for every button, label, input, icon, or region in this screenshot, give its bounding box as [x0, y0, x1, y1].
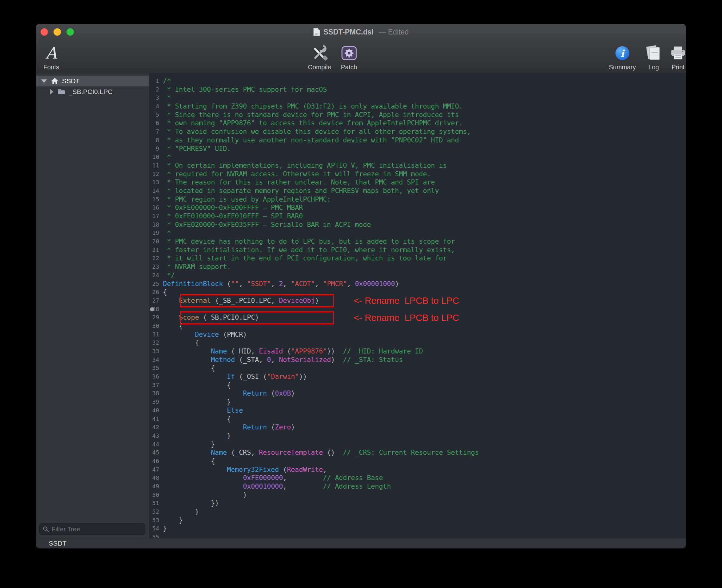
code-line: 19 *	[149, 229, 686, 237]
code-line: 18 * 0xFE020000~0xFE035FFF – SerialIo BA…	[149, 220, 686, 229]
fonts-letter-a-icon: A	[46, 44, 57, 62]
patch-label: Patch	[341, 64, 357, 71]
code-line: 22 * it will start in the end of PCI con…	[149, 254, 686, 263]
print-label: Print	[672, 64, 684, 71]
filter-input[interactable]	[51, 526, 142, 533]
info-circle-icon: i	[615, 46, 629, 60]
code-line: 16 * 0xFE000000~0xFE00FFFF – PMC MBAR	[149, 204, 686, 212]
code-line: 2 * Intel 300-series PMC support for mac…	[149, 85, 686, 94]
code-line: 31 Device (PMCR)	[149, 330, 686, 339]
code-line: 47 Memory32Fixed (ReadWrite,	[149, 465, 686, 474]
code-line: 43 }	[149, 432, 686, 440]
fonts-label: Fonts	[43, 64, 59, 71]
code-line: 1/*	[149, 77, 686, 85]
documents-stack-icon	[646, 45, 661, 61]
title-filename: SSDT-PMC.dsl	[323, 28, 373, 36]
folder-icon	[57, 89, 65, 95]
code-line: 28	[149, 305, 686, 314]
code-line: 55	[149, 533, 686, 538]
code-line: 10 *	[149, 153, 686, 162]
code-line: 46 {	[149, 457, 686, 465]
code-line: 17 * 0xFE010000~0xFE010FFF – SPI BAR0	[149, 212, 686, 220]
code-line: 52 }	[149, 508, 686, 516]
statusbar: SSDT	[36, 538, 686, 548]
code-line: 14 * located in separate memory regions …	[149, 187, 686, 195]
code-line: 13 * The reason for this is rather uncle…	[149, 178, 686, 187]
compile-label: Compile	[308, 64, 331, 71]
sidebar-item-ssdt[interactable]: SSDT	[36, 76, 149, 86]
sidebar-tree: SSDT _SB.PCI0.LPC	[36, 73, 149, 538]
code-line: 6 * own naming "APP9876" to access this …	[149, 119, 686, 128]
log-label: Log	[648, 64, 659, 71]
log-button[interactable]: Log	[646, 44, 661, 71]
code-line: 48 0xFE000000, // Address Base	[149, 474, 686, 482]
window-title: SSDT-PMC.dsl — Edited	[36, 24, 686, 40]
code-line: 39 }	[149, 398, 686, 406]
app-window: SSDT-PMC.dsl — Edited A Fonts Compi	[36, 24, 686, 548]
code-line: 42 Return (Zero)	[149, 423, 686, 432]
code-line: 21 * faster initialisation. If we add it…	[149, 246, 686, 254]
code-line: 24 */	[149, 271, 686, 280]
code-line: 8 * as they normally use another non-sta…	[149, 136, 686, 145]
code-line: 29 Scope (_SB.PCI0.LPC)	[149, 313, 686, 322]
summary-label: Summary	[609, 64, 636, 71]
document-proxy-icon	[313, 28, 320, 36]
code-line: 54}	[149, 524, 686, 533]
patch-button[interactable]: Patch	[341, 44, 357, 71]
acpi-tree: SSDT _SB.PCI0.LPC	[36, 73, 149, 97]
code-line: 50 )	[149, 491, 686, 499]
house-icon	[50, 77, 59, 85]
crossed-tools-icon	[311, 45, 328, 61]
title-edited-suffix: — Edited	[377, 28, 409, 36]
tree-item-label: _SB.PCI0.LPC	[69, 88, 113, 96]
code-line: 30 {	[149, 322, 686, 330]
code-line: 44 }	[149, 440, 686, 449]
code-line: 32 {	[149, 339, 686, 347]
code-line: 11 * On certain implementations, includi…	[149, 162, 686, 170]
code-line: 25DefinitionBlock ("", "SSDT", 2, "ACDT"…	[149, 280, 686, 288]
code-line: 4 * Starting from Z390 chipsets PMC (D31…	[149, 102, 686, 111]
code-line: 40 Else	[149, 406, 686, 415]
code-line: 41 {	[149, 415, 686, 423]
filter-field[interactable]	[39, 523, 145, 535]
window-content: SSDT _SB.PCI0.LPC	[36, 73, 686, 538]
code-line: 5 * Since there is no standard device fo…	[149, 111, 686, 119]
code-line: 53 }	[149, 516, 686, 525]
code-line: 15 * PMC region is used by AppleIntelPCH…	[149, 195, 686, 204]
window-chrome: SSDT-PMC.dsl — Edited A Fonts Compi	[36, 24, 686, 73]
toolbar: A Fonts Compile	[36, 40, 686, 73]
code-line: 20 * PMC device has nothing to do to LPC…	[149, 237, 686, 246]
code-line: 9 * "PCHRESV" UID.	[149, 145, 686, 153]
compile-button[interactable]: Compile	[308, 44, 331, 71]
titlebar: SSDT-PMC.dsl — Edited	[36, 24, 686, 40]
code-line: 7 * To avoid confusion we disable this d…	[149, 128, 686, 136]
code-line: 38 Return (0x0B)	[149, 389, 686, 398]
fonts-button[interactable]: A Fonts	[43, 44, 59, 71]
disclosure-triangle-expanded-icon[interactable]	[41, 80, 47, 83]
code-line: 23 * NVRAM support.	[149, 263, 686, 271]
code-line: 51 })	[149, 499, 686, 508]
code-lines: 1/*2 * Intel 300-series PMC support for …	[149, 73, 686, 538]
disclosure-triangle-collapsed-icon[interactable]	[50, 89, 54, 94]
print-button[interactable]: Print	[670, 44, 686, 71]
code-line: 35 {	[149, 364, 686, 373]
code-line: 49 0x00010000, // Address Length	[149, 482, 686, 491]
tree-item-label: SSDT	[62, 77, 80, 85]
search-icon	[43, 526, 49, 532]
code-line: 45 Name (_CRS, ResourceTemplate () // _C…	[149, 448, 686, 457]
code-line: 37 {	[149, 381, 686, 390]
gear-square-icon	[344, 48, 354, 58]
code-line: 27 External (_SB_.PCI0.LPC, DeviceObj)	[149, 296, 686, 305]
sidebar-item-sb-pci0-lpc[interactable]: _SB.PCI0.LPC	[36, 86, 149, 97]
code-line: 3 *	[149, 94, 686, 102]
code-editor[interactable]: 1/*2 * Intel 300-series PMC support for …	[149, 73, 686, 538]
summary-button[interactable]: i Summary	[609, 44, 636, 71]
code-line: 36 If (_OSI ("Darwin"))	[149, 373, 686, 381]
gutter-marker	[150, 307, 154, 311]
printer-icon	[670, 46, 686, 60]
code-line: 12 * required for NVRAM access. Otherwis…	[149, 170, 686, 178]
code-line: 34 Method (_STA, 0, NotSerialized) // _S…	[149, 356, 686, 364]
code-line: 33 Name (_HID, EisaId ("APP9876")) // _H…	[149, 347, 686, 356]
statusbar-path: SSDT	[49, 540, 66, 547]
code-line: 26{	[149, 288, 686, 296]
